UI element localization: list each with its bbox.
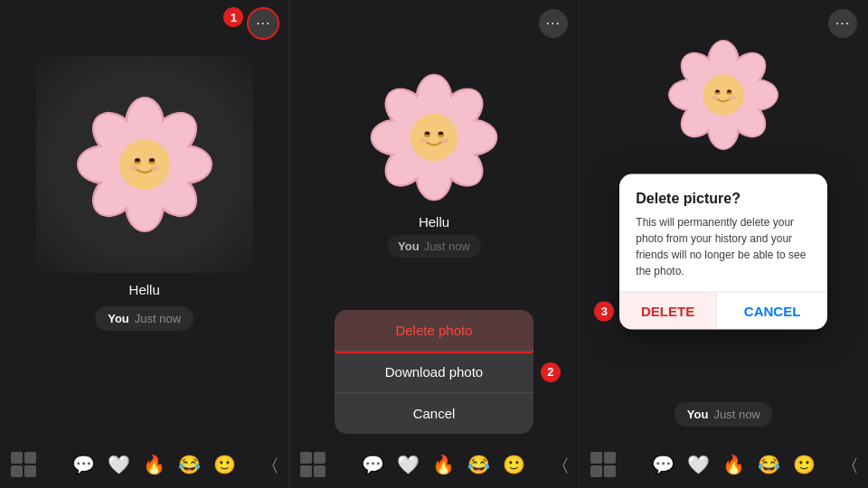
svg-point-43 [439, 131, 444, 135]
bottom-bar-3: 💬 🤍 🔥 😂 🙂 〈 [580, 445, 868, 488]
photo-label-1: Hellu [129, 282, 160, 297]
sender-name-2: You [398, 239, 420, 253]
toolbar-icons-3: 💬 🤍 🔥 😂 🙂 [625, 454, 843, 475]
delete-dialog: Delete picture? This will permanently de… [619, 174, 827, 330]
flower-image-2 [366, 70, 502, 205]
sender-name-3: You [687, 408, 709, 421]
svg-point-45 [440, 138, 448, 144]
delete-photo-item[interactable]: Delete photo [335, 310, 533, 352]
flower-image-3 [665, 36, 782, 154]
sender-name-1: You [108, 312, 129, 325]
step-3-badge: 3 [594, 301, 614, 321]
step-2-badge: 2 [541, 362, 561, 382]
svg-point-66 [727, 89, 731, 92]
top-bar-1: ··· 1 [0, 0, 288, 47]
sender-time-2: Just now [424, 239, 470, 253]
panel-1: ··· 1 [0, 0, 288, 488]
fire-icon-2[interactable]: 🔥 [432, 454, 455, 475]
share-icon-1[interactable]: 〈 [272, 455, 278, 474]
comment-icon-3[interactable]: 💬 [652, 454, 675, 475]
panel-2: ··· [288, 0, 578, 488]
laugh-icon-3[interactable]: 😂 [758, 454, 780, 475]
sender-pill-3: You Just now [675, 402, 773, 427]
cancel-item[interactable]: Cancel [335, 393, 533, 434]
sender-time-1: Just now [135, 312, 181, 325]
top-bar-2: ··· [289, 0, 578, 47]
share-icon-2[interactable]: 〈 [562, 455, 568, 474]
cancel-dialog-button[interactable]: CANCEL [717, 293, 828, 330]
more-button-3[interactable]: ··· [828, 9, 857, 38]
fire-icon-1[interactable]: 🔥 [143, 454, 165, 475]
grid-icon-2[interactable] [300, 452, 326, 477]
fire-icon-3[interactable]: 🔥 [722, 454, 745, 475]
svg-point-68 [729, 96, 736, 100]
emoji-icon-2[interactable]: 🙂 [503, 454, 525, 475]
sender-pill-3-wrap: You Just now [675, 393, 773, 427]
flower-no-card-2 [366, 70, 502, 205]
delete-confirm-button[interactable]: DELETE [619, 293, 716, 330]
heart-icon-1[interactable]: 🤍 [108, 454, 130, 475]
more-button-1[interactable]: ··· [249, 9, 278, 38]
laugh-icon-2[interactable]: 😂 [467, 454, 490, 475]
share-icon-3[interactable]: 〈 [852, 455, 857, 474]
heart-icon-3[interactable]: 🤍 [687, 454, 710, 475]
more-button-2[interactable]: ··· [539, 9, 568, 38]
flower-area-1: Hellu You Just now [0, 47, 288, 445]
more-dots-icon-3: ··· [835, 16, 850, 31]
svg-point-42 [425, 131, 430, 135]
photo-card-1 [36, 56, 253, 273]
dialog-title: Delete picture? [636, 191, 811, 207]
svg-point-62 [703, 74, 745, 116]
flower-area-3 [665, 36, 782, 157]
panel-3: ··· [579, 0, 868, 488]
photo-label-2: Hellu [419, 214, 449, 230]
svg-point-39 [410, 114, 458, 162]
grid-icon-3[interactable] [590, 452, 616, 477]
step-1-badge: 1 [223, 7, 243, 27]
bottom-bar-2: 💬 🤍 🔥 😂 🙂 〈 [289, 445, 578, 488]
grid-icon-1[interactable] [11, 452, 36, 477]
emoji-icon-1[interactable]: 🙂 [213, 454, 236, 475]
bottom-bar-1: 💬 🤍 🔥 😂 🙂 〈 [0, 445, 288, 488]
more-dots-icon: ··· [256, 16, 270, 31]
emoji-icon-3[interactable]: 🙂 [793, 454, 816, 475]
dialog-body: This will permanently delete your photo … [636, 214, 811, 279]
svg-point-44 [420, 138, 428, 144]
context-menu-overlay: Delete photo Download photo Cancel 2 [335, 310, 533, 434]
context-menu: Delete photo Download photo Cancel [335, 310, 533, 434]
toolbar-icons-1: 💬 🤍 🔥 😂 🙂 [45, 454, 263, 475]
comment-icon-2[interactable]: 💬 [362, 454, 384, 475]
sender-pill-2: You Just now [387, 235, 481, 258]
toolbar-icons-2: 💬 🤍 🔥 😂 🙂 [335, 454, 552, 475]
sender-time-3: Just now [713, 408, 760, 421]
download-photo-item[interactable]: Download photo [335, 352, 533, 393]
svg-point-65 [715, 89, 720, 92]
comment-icon-1[interactable]: 💬 [72, 454, 95, 475]
heart-icon-2[interactable]: 🤍 [397, 454, 420, 475]
laugh-icon-1[interactable]: 😂 [178, 454, 201, 475]
svg-point-67 [712, 96, 719, 100]
more-dots-icon-2: ··· [545, 16, 560, 31]
sender-pill-1: You Just now [95, 306, 193, 331]
dialog-actions: DELETE 3 CANCEL [619, 292, 827, 330]
